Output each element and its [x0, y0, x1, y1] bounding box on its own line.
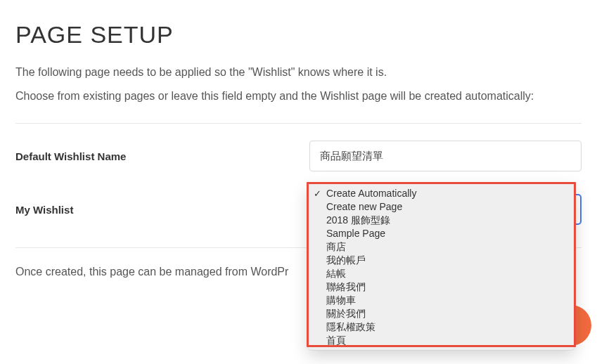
dropdown-option[interactable]: 聯絡我們 [308, 280, 574, 294]
dropdown-option[interactable]: 2018 服飾型錄 [308, 214, 574, 227]
divider [15, 123, 582, 124]
dropdown-option[interactable]: 隱私權政策 [308, 320, 574, 334]
row-default-wishlist-name: Default Wishlist Name [15, 141, 582, 171]
intro-line-1: The following page needs to be applied s… [15, 64, 582, 81]
dropdown-option[interactable]: 購物車 [308, 294, 574, 307]
dropdown-option[interactable]: Sample Page [308, 227, 574, 240]
intro-line-2: Choose from existing pages or leave this… [15, 88, 582, 105]
dropdown-option[interactable]: 我的帳戶 [308, 254, 574, 267]
dropdown-option[interactable]: 商店 [308, 240, 574, 254]
dropdown-option[interactable]: 關於我們 [308, 307, 574, 320]
label-default-wishlist-name: Default Wishlist Name [15, 150, 309, 162]
dropdown-option[interactable]: Create Automatically [308, 187, 574, 200]
dropdown-option[interactable]: 首頁 [308, 334, 574, 347]
dropdown-option[interactable]: 結帳 [308, 267, 574, 280]
my-wishlist-dropdown[interactable]: Create AutomaticallyCreate new Page2018 … [308, 184, 574, 350]
dropdown-option[interactable]: Create new Page [308, 200, 574, 214]
default-wishlist-name-input[interactable] [309, 141, 582, 171]
label-my-wishlist: My Wishlist [15, 204, 309, 216]
page-title: PAGE SETUP [15, 21, 582, 48]
